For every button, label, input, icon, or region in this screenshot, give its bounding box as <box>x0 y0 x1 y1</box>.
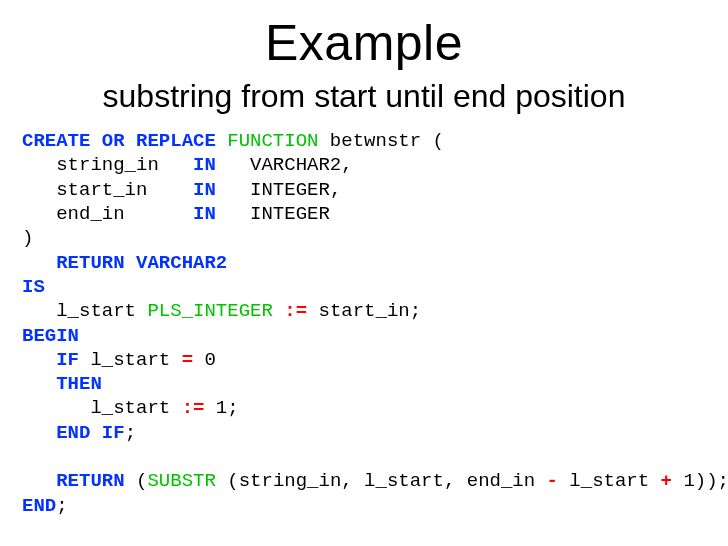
code-token: ( <box>433 130 444 152</box>
code-token: FUNCTION <box>216 130 319 152</box>
code-token: INTEGER <box>216 203 330 225</box>
code-token: )) <box>695 470 718 492</box>
code-token: IF <box>22 349 79 371</box>
code-token: 0 <box>193 349 216 371</box>
code-token: + <box>661 470 672 492</box>
code-token: PLS_INTEGER <box>136 300 284 322</box>
code-token: ; <box>227 397 238 419</box>
code-token: start_in <box>307 300 410 322</box>
code-token: l_start <box>22 397 182 419</box>
code-token: ( <box>216 470 239 492</box>
code-token: , <box>444 470 455 492</box>
code-token: END <box>22 422 90 444</box>
code-token: string_in <box>239 470 342 492</box>
code-token: ; <box>410 300 421 322</box>
code-token: betwnstr <box>318 130 432 152</box>
code-token: RETURN <box>22 470 125 492</box>
code-token: THEN <box>22 373 102 395</box>
slide: Example substring from start until end p… <box>0 0 728 546</box>
code-token: := <box>284 300 307 322</box>
code-token: := <box>182 397 205 419</box>
code-token: ) <box>22 227 33 249</box>
code-token: 1 <box>672 470 695 492</box>
code-token: end_in <box>455 470 546 492</box>
code-token: , <box>330 179 341 201</box>
code-token <box>22 446 33 468</box>
code-token: BEGIN <box>22 325 79 347</box>
code-token: RETURN <box>22 252 125 274</box>
code-token: IS <box>22 276 45 298</box>
code-token: VARCHAR2 <box>125 252 228 274</box>
code-token: string_in <box>22 154 193 176</box>
code-token: = <box>182 349 193 371</box>
code-token: ( <box>125 470 148 492</box>
code-token: l_start <box>22 300 136 322</box>
slide-subtitle: substring from start until end position <box>22 78 706 115</box>
code-token: IF <box>90 422 124 444</box>
code-token: start_in <box>22 179 193 201</box>
code-token: ; <box>718 470 728 492</box>
code-token: 1 <box>204 397 227 419</box>
code-token: VARCHAR2 <box>216 154 341 176</box>
code-token: l_start <box>558 470 661 492</box>
code-token: l_start <box>79 349 182 371</box>
code-token: ; <box>125 422 136 444</box>
code-token: SUBSTR <box>147 470 215 492</box>
code-token: ; <box>56 495 67 517</box>
code-token: end_in <box>22 203 193 225</box>
slide-title: Example <box>22 14 706 72</box>
code-token: END <box>22 495 56 517</box>
code-token: IN <box>193 179 216 201</box>
code-token: l_start <box>353 470 444 492</box>
code-token: IN <box>193 154 216 176</box>
code-token: OR REPLACE <box>90 130 215 152</box>
code-token: , <box>341 470 352 492</box>
code-token: IN <box>193 203 216 225</box>
code-block: CREATE OR REPLACE FUNCTION betwnstr ( st… <box>22 129 706 518</box>
code-token: - <box>547 470 558 492</box>
code-token: CREATE <box>22 130 90 152</box>
code-token: INTEGER <box>216 179 330 201</box>
code-token: , <box>341 154 352 176</box>
